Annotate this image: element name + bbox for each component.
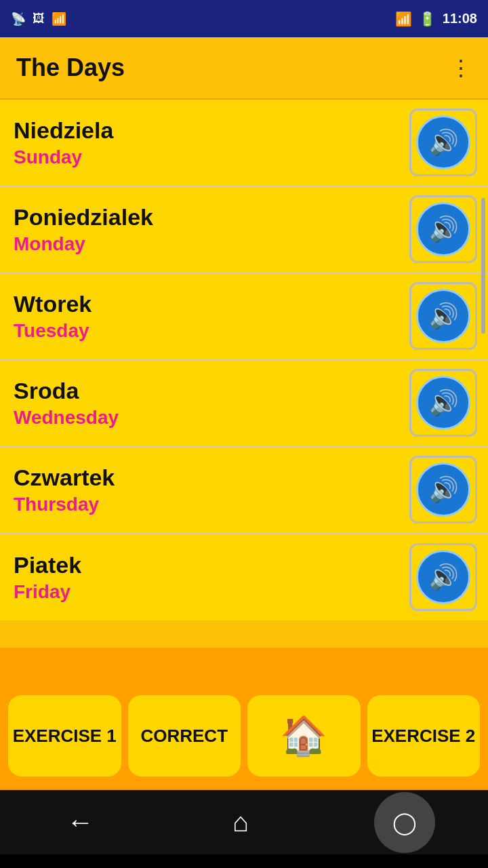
- speaker-icon: 🔊: [428, 302, 459, 330]
- back-icon: ←: [66, 807, 94, 837]
- sound-button-wtorek[interactable]: 🔊: [409, 282, 477, 350]
- signal-icon: 📶: [395, 11, 412, 27]
- sound-button-poniedzialek[interactable]: 🔊: [409, 195, 477, 263]
- speaker-icon: 🔊: [428, 128, 459, 157]
- recent-apps-button[interactable]: ◯: [374, 792, 435, 853]
- sound-button-niedziela[interactable]: 🔊: [409, 108, 477, 176]
- sound-button-piatek[interactable]: 🔊: [409, 543, 477, 611]
- day-text-poniedzialek: Poniedzialek Monday: [14, 203, 153, 256]
- polish-word: Piatek: [14, 551, 81, 579]
- status-icons-right: 📶 🔋 11:08: [395, 11, 477, 27]
- image-icon: 🖼: [33, 12, 45, 26]
- exercise1-button[interactable]: EXERCISE 1: [8, 695, 121, 776]
- sound-circle: 🔊: [416, 289, 470, 343]
- polish-word: Czwartek: [14, 464, 115, 492]
- back-button[interactable]: ←: [53, 795, 107, 850]
- action-bar: EXERCISE 1 CORRECT 🏠 EXERCISE 2: [0, 682, 488, 790]
- android-nav-bar: ← ⌂ ◯: [0, 790, 488, 854]
- english-word: Friday: [14, 581, 81, 603]
- list-item: Piatek Friday 🔊: [0, 534, 488, 620]
- day-text-sroda: Sroda Wednesday: [14, 377, 119, 429]
- recent-icon: ◯: [392, 810, 417, 835]
- battery-icon: 🔋: [419, 11, 436, 27]
- day-text-czwartek: Czwartek Thursday: [14, 464, 115, 516]
- polish-word: Wtorek: [14, 290, 92, 318]
- overflow-menu-button[interactable]: ⋮: [450, 55, 472, 81]
- list-item: Wtorek Tuesday 🔊: [0, 273, 488, 360]
- english-word: Monday: [14, 233, 153, 255]
- speaker-icon: 🔊: [428, 563, 459, 591]
- sound-button-czwartek[interactable]: 🔊: [409, 456, 477, 524]
- status-bar: 📡 🖼 📶 📶 🔋 11:08: [0, 0, 488, 37]
- list-item: Poniedzialek Monday 🔊: [0, 186, 488, 273]
- speaker-icon: 🔊: [428, 475, 459, 504]
- list-item: Czwartek Thursday 🔊: [0, 447, 488, 534]
- correct-button[interactable]: CORRECT: [128, 695, 241, 776]
- english-word: Sunday: [14, 146, 113, 168]
- polish-word: Poniedzialek: [14, 203, 153, 231]
- content-spacer: [0, 648, 488, 682]
- polish-word: Sroda: [14, 377, 119, 405]
- page-title: The Days: [16, 54, 125, 82]
- scrollbar[interactable]: [481, 198, 485, 334]
- sound-circle: 🔊: [416, 462, 470, 517]
- list-item: Niedziela Sunday 🔊: [0, 100, 488, 186]
- list-item: Sroda Wednesday 🔊: [0, 360, 488, 447]
- speaker-icon: 🔊: [428, 389, 459, 417]
- home-nav-icon: ⌂: [232, 807, 249, 837]
- day-text-niedziela: Niedziela Sunday: [14, 117, 113, 169]
- sound-button-sroda[interactable]: 🔊: [409, 369, 477, 437]
- sound-circle: 🔊: [416, 115, 470, 170]
- home-button[interactable]: 🏠: [247, 695, 361, 776]
- cast-icon: 📡: [11, 12, 26, 26]
- english-word: Wednesday: [14, 407, 119, 429]
- english-word: Thursday: [14, 494, 115, 515]
- sound-circle: 🔊: [416, 202, 470, 256]
- app-toolbar: The Days ⋮: [0, 37, 488, 98]
- home-icon: 🏠: [280, 713, 327, 758]
- exercise2-button[interactable]: EXERCISE 2: [367, 695, 481, 776]
- android-home-button[interactable]: ⌂: [214, 795, 268, 850]
- status-icons-left: 📡 🖼 📶: [11, 12, 66, 26]
- sound-circle: 🔊: [416, 376, 470, 430]
- speaker-icon: 🔊: [428, 215, 459, 243]
- wifi-calling-icon: 📶: [52, 12, 66, 26]
- english-word: Tuesday: [14, 320, 92, 342]
- day-text-wtorek: Wtorek Tuesday: [14, 290, 92, 342]
- days-list: Niedziela Sunday 🔊 Poniedzialek Monday 🔊…: [0, 98, 488, 648]
- clock: 11:08: [443, 11, 477, 26]
- polish-word: Niedziela: [14, 117, 113, 144]
- sound-circle: 🔊: [416, 550, 470, 604]
- day-text-piatek: Piatek Friday: [14, 551, 81, 604]
